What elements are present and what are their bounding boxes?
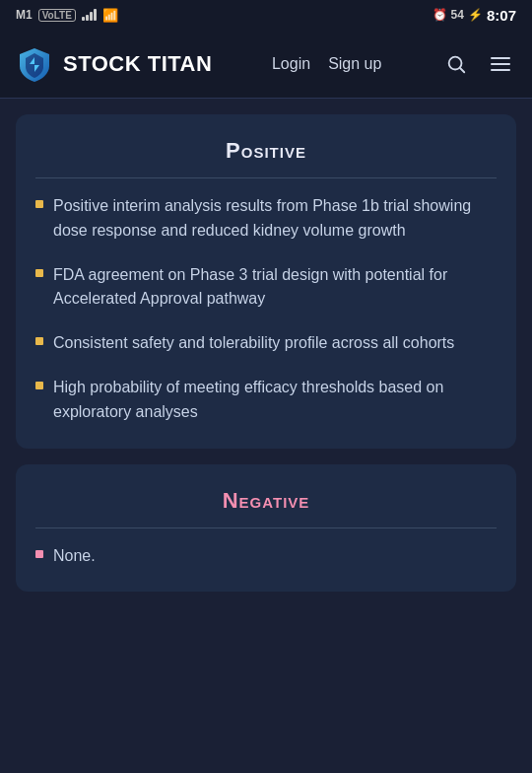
search-button[interactable]	[441, 49, 471, 79]
navbar: STOCK TITAN Login Sign up	[0, 30, 532, 99]
positive-card: Positive Positive interim analysis resul…	[16, 114, 516, 449]
alarm-icon: ⏰	[432, 8, 447, 22]
battery-icon: ⚡	[468, 8, 483, 22]
positive-list: Positive interim analysis results from P…	[35, 194, 497, 425]
login-link[interactable]: Login	[272, 55, 310, 73]
status-bar: M1 VoLTE 📶 ⏰ 54 ⚡ 8:07	[0, 0, 532, 30]
bullet-marker	[35, 382, 43, 389]
bullet-marker-negative	[35, 550, 43, 558]
list-item-text: Positive interim analysis results from P…	[53, 194, 497, 244]
bullet-marker	[35, 200, 43, 208]
negative-card: Negative None.	[16, 464, 516, 593]
list-item: High probability of meeting efficacy thr…	[35, 376, 497, 425]
search-icon	[445, 53, 467, 75]
main-content: Positive Positive interim analysis resul…	[0, 99, 532, 627]
nav-links: Login Sign up	[272, 55, 381, 73]
signup-link[interactable]: Sign up	[328, 55, 381, 73]
hamburger-icon	[489, 52, 512, 76]
list-item: Consistent safety and tolerability profi…	[35, 331, 497, 356]
time-label: 8:07	[487, 7, 516, 24]
nav-icons	[441, 48, 516, 80]
svg-line-1	[460, 68, 464, 72]
svg-point-0	[449, 56, 462, 69]
brand-name: STOCK TITAN	[63, 51, 212, 77]
battery-label: 54	[451, 8, 464, 22]
list-item-text: FDA agreement on Phase 3 trial design wi…	[53, 263, 497, 313]
positive-title: Positive	[35, 138, 497, 178]
menu-button[interactable]	[485, 48, 516, 80]
signal-icon	[82, 9, 97, 21]
list-item-text: Consistent safety and tolerability profi…	[53, 331, 454, 356]
bullet-marker	[35, 269, 43, 277]
list-item: FDA agreement on Phase 3 trial design wi…	[35, 263, 497, 313]
wifi-icon: 📶	[102, 8, 118, 23]
bullet-marker	[35, 337, 43, 345]
negative-list: None.	[35, 544, 497, 569]
brand-logo	[16, 45, 53, 83]
status-right: ⏰ 54 ⚡ 8:07	[432, 7, 516, 24]
negative-title: Negative	[35, 488, 497, 528]
carrier-label: M1	[16, 8, 33, 22]
list-item-text: None.	[53, 544, 96, 569]
list-item: None.	[35, 544, 497, 569]
brand[interactable]: STOCK TITAN	[16, 45, 212, 83]
status-left: M1 VoLTE 📶	[16, 8, 118, 23]
volte-badge: VoLTE	[38, 9, 76, 22]
list-item-text: High probability of meeting efficacy thr…	[53, 376, 497, 425]
list-item: Positive interim analysis results from P…	[35, 194, 497, 244]
